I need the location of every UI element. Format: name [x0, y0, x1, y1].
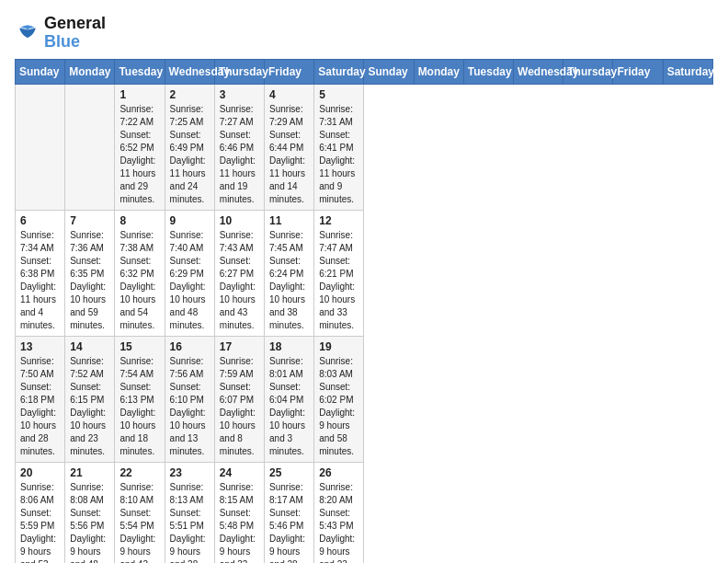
calendar-cell: 16Sunrise: 7:56 AM Sunset: 6:10 PM Dayli… — [165, 336, 214, 462]
day-info: Sunrise: 7:25 AM Sunset: 6:49 PM Dayligh… — [170, 103, 210, 206]
day-number: 11 — [269, 214, 309, 227]
day-info: Sunrise: 8:08 AM Sunset: 5:56 PM Dayligh… — [70, 481, 109, 563]
day-number: 15 — [119, 340, 159, 353]
calendar-cell: 18Sunrise: 8:01 AM Sunset: 6:04 PM Dayli… — [265, 336, 314, 462]
col-header-thursday: Thursday — [214, 59, 264, 84]
calendar-cell: 23Sunrise: 8:13 AM Sunset: 5:51 PM Dayli… — [165, 462, 214, 563]
day-info: Sunrise: 7:45 AM Sunset: 6:24 PM Dayligh… — [269, 229, 309, 332]
day-number: 22 — [119, 466, 159, 479]
day-number: 24 — [220, 466, 259, 479]
calendar-cell: 19Sunrise: 8:03 AM Sunset: 6:02 PM Dayli… — [314, 336, 364, 462]
col-header-saturday: Saturday — [663, 59, 712, 84]
day-info: Sunrise: 7:56 AM Sunset: 6:10 PM Dayligh… — [170, 355, 210, 458]
calendar-cell: 6Sunrise: 7:34 AM Sunset: 6:38 PM Daylig… — [16, 210, 65, 336]
col-header-sunday: Sunday — [16, 59, 65, 84]
day-number: 25 — [269, 466, 309, 479]
calendar-cell: 10Sunrise: 7:43 AM Sunset: 6:27 PM Dayli… — [214, 210, 264, 336]
day-number: 23 — [170, 466, 210, 479]
col-header-friday: Friday — [265, 59, 314, 84]
day-number: 12 — [319, 214, 358, 227]
day-info: Sunrise: 8:10 AM Sunset: 5:54 PM Dayligh… — [119, 481, 159, 563]
calendar-cell: 17Sunrise: 7:59 AM Sunset: 6:07 PM Dayli… — [214, 336, 264, 462]
day-number: 1 — [119, 88, 159, 101]
day-info: Sunrise: 7:29 AM Sunset: 6:44 PM Dayligh… — [269, 103, 309, 206]
calendar-header-row: SundayMondayTuesdayWednesdayThursdayFrid… — [16, 59, 713, 84]
calendar-cell: 7Sunrise: 7:36 AM Sunset: 6:35 PM Daylig… — [65, 210, 115, 336]
day-info: Sunrise: 7:22 AM Sunset: 6:52 PM Dayligh… — [119, 103, 159, 206]
calendar-cell: 5Sunrise: 7:31 AM Sunset: 6:41 PM Daylig… — [314, 84, 364, 210]
day-number: 26 — [319, 466, 358, 479]
col-header-saturday: Saturday — [314, 59, 364, 84]
calendar-cell: 4Sunrise: 7:29 AM Sunset: 6:44 PM Daylig… — [265, 84, 314, 210]
day-info: Sunrise: 7:40 AM Sunset: 6:29 PM Dayligh… — [170, 229, 210, 332]
day-info: Sunrise: 8:13 AM Sunset: 5:51 PM Dayligh… — [170, 481, 210, 563]
calendar-cell: 12Sunrise: 7:47 AM Sunset: 6:21 PM Dayli… — [314, 210, 364, 336]
page-header: General Blue — [15, 15, 713, 52]
day-info: Sunrise: 7:43 AM Sunset: 6:27 PM Dayligh… — [220, 229, 259, 332]
col-header-sunday: Sunday — [364, 59, 414, 84]
logo-icon — [15, 20, 40, 46]
col-header-monday: Monday — [414, 59, 463, 84]
calendar-cell: 3Sunrise: 7:27 AM Sunset: 6:46 PM Daylig… — [214, 84, 264, 210]
calendar-cell — [65, 84, 115, 210]
calendar-week-1: 1Sunrise: 7:22 AM Sunset: 6:52 PM Daylig… — [16, 84, 713, 210]
calendar-cell: 20Sunrise: 8:06 AM Sunset: 5:59 PM Dayli… — [16, 462, 65, 563]
calendar-cell: 11Sunrise: 7:45 AM Sunset: 6:24 PM Dayli… — [265, 210, 314, 336]
col-header-tuesday: Tuesday — [115, 59, 165, 84]
day-number: 6 — [20, 214, 60, 227]
day-number: 5 — [319, 88, 358, 101]
day-info: Sunrise: 7:34 AM Sunset: 6:38 PM Dayligh… — [20, 229, 60, 332]
calendar-cell — [16, 84, 65, 210]
day-info: Sunrise: 8:17 AM Sunset: 5:46 PM Dayligh… — [269, 481, 309, 563]
calendar-cell: 15Sunrise: 7:54 AM Sunset: 6:13 PM Dayli… — [115, 336, 165, 462]
col-header-tuesday: Tuesday — [463, 59, 513, 84]
calendar-cell: 1Sunrise: 7:22 AM Sunset: 6:52 PM Daylig… — [115, 84, 165, 210]
day-info: Sunrise: 7:47 AM Sunset: 6:21 PM Dayligh… — [319, 229, 358, 332]
day-number: 2 — [170, 88, 210, 101]
day-info: Sunrise: 7:27 AM Sunset: 6:46 PM Dayligh… — [220, 103, 259, 206]
day-info: Sunrise: 7:31 AM Sunset: 6:41 PM Dayligh… — [319, 103, 358, 206]
day-number: 9 — [170, 214, 210, 227]
calendar-cell: 24Sunrise: 8:15 AM Sunset: 5:48 PM Dayli… — [214, 462, 264, 563]
day-number: 4 — [269, 88, 309, 101]
day-number: 17 — [220, 340, 259, 353]
day-number: 10 — [220, 214, 259, 227]
calendar-week-2: 6Sunrise: 7:34 AM Sunset: 6:38 PM Daylig… — [16, 210, 713, 336]
day-info: Sunrise: 7:59 AM Sunset: 6:07 PM Dayligh… — [220, 355, 259, 458]
calendar-cell: 2Sunrise: 7:25 AM Sunset: 6:49 PM Daylig… — [165, 84, 214, 210]
day-info: Sunrise: 7:36 AM Sunset: 6:35 PM Dayligh… — [70, 229, 109, 332]
calendar-cell: 26Sunrise: 8:20 AM Sunset: 5:43 PM Dayli… — [314, 462, 364, 563]
day-number: 7 — [70, 214, 109, 227]
day-number: 20 — [20, 466, 60, 479]
day-info: Sunrise: 8:06 AM Sunset: 5:59 PM Dayligh… — [20, 481, 60, 563]
logo-blue: Blue — [44, 33, 106, 52]
col-header-friday: Friday — [613, 59, 663, 84]
day-number: 14 — [70, 340, 109, 353]
calendar-table: SundayMondayTuesdayWednesdayThursdayFrid… — [15, 59, 713, 563]
day-number: 16 — [170, 340, 210, 353]
calendar-cell: 14Sunrise: 7:52 AM Sunset: 6:15 PM Dayli… — [65, 336, 115, 462]
logo-text: General Blue — [44, 15, 106, 52]
day-number: 8 — [119, 214, 159, 227]
calendar-cell: 21Sunrise: 8:08 AM Sunset: 5:56 PM Dayli… — [65, 462, 115, 563]
day-info: Sunrise: 7:38 AM Sunset: 6:32 PM Dayligh… — [119, 229, 159, 332]
col-header-thursday: Thursday — [563, 59, 613, 84]
calendar-week-4: 20Sunrise: 8:06 AM Sunset: 5:59 PM Dayli… — [16, 462, 713, 563]
calendar-cell: 22Sunrise: 8:10 AM Sunset: 5:54 PM Dayli… — [115, 462, 165, 563]
day-number: 3 — [220, 88, 259, 101]
day-number: 18 — [269, 340, 309, 353]
day-info: Sunrise: 7:54 AM Sunset: 6:13 PM Dayligh… — [119, 355, 159, 458]
calendar-week-3: 13Sunrise: 7:50 AM Sunset: 6:18 PM Dayli… — [16, 336, 713, 462]
day-info: Sunrise: 8:03 AM Sunset: 6:02 PM Dayligh… — [319, 355, 358, 458]
calendar-cell: 8Sunrise: 7:38 AM Sunset: 6:32 PM Daylig… — [115, 210, 165, 336]
col-header-wednesday: Wednesday — [165, 59, 214, 84]
col-header-wednesday: Wednesday — [514, 59, 563, 84]
calendar-cell: 9Sunrise: 7:40 AM Sunset: 6:29 PM Daylig… — [165, 210, 214, 336]
day-info: Sunrise: 8:15 AM Sunset: 5:48 PM Dayligh… — [220, 481, 259, 563]
calendar-cell: 25Sunrise: 8:17 AM Sunset: 5:46 PM Dayli… — [265, 462, 314, 563]
day-info: Sunrise: 8:20 AM Sunset: 5:43 PM Dayligh… — [319, 481, 358, 563]
day-number: 13 — [20, 340, 60, 353]
calendar-cell: 13Sunrise: 7:50 AM Sunset: 6:18 PM Dayli… — [16, 336, 65, 462]
day-info: Sunrise: 7:50 AM Sunset: 6:18 PM Dayligh… — [20, 355, 60, 458]
day-info: Sunrise: 7:52 AM Sunset: 6:15 PM Dayligh… — [70, 355, 109, 458]
